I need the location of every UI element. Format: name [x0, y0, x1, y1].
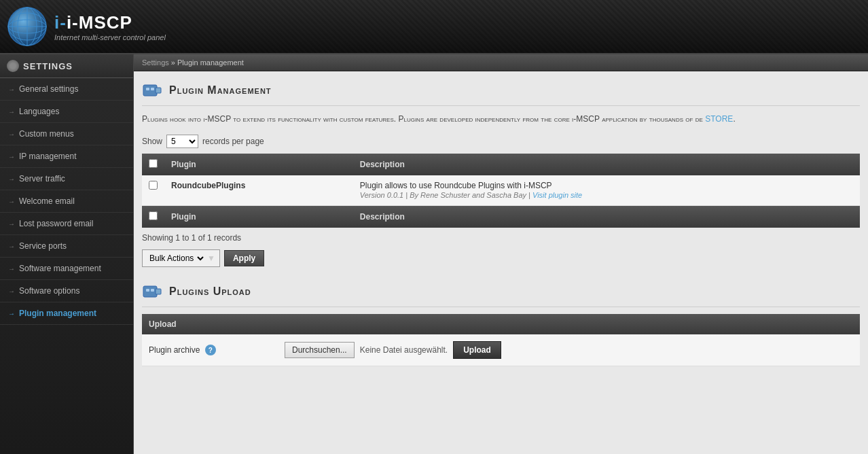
sidebar-item-custom-menus[interactable]: → Custom menus — [0, 123, 133, 145]
sidebar-item-plugin-management[interactable]: → Plugin management — [0, 302, 133, 325]
sidebar-item-label: General settings — [19, 84, 78, 94]
show-records-row: Show 5 10 15 25 50 100 records per page — [142, 135, 860, 148]
arrow-icon: → — [8, 86, 15, 93]
records-per-page-select[interactable]: 5 10 15 25 50 100 — [166, 135, 198, 148]
gear-icon — [7, 60, 19, 72]
breadcrumb: Settings » Plugin management — [134, 54, 868, 71]
breadcrumb-current: Plugin management — [177, 58, 244, 67]
arrow-icon: → — [8, 198, 15, 205]
sidebar-item-service-ports[interactable]: → Service ports — [0, 235, 133, 258]
bulk-actions-select[interactable]: Bulk Actions — [147, 253, 206, 264]
plugin-name-cell: RoundcubePlugins — [164, 175, 353, 206]
sidebar-item-label: Service ports — [19, 241, 67, 251]
sidebar-item-software-options[interactable]: → Software options — [0, 280, 133, 302]
arrow-icon: → — [8, 130, 15, 138]
sidebar-item-software-management[interactable]: → Software management — [0, 258, 133, 280]
table-footer-plugin: Plugin — [164, 206, 353, 228]
main-content: Settings » Plugin management Plugin Mana… — [134, 54, 868, 454]
svg-rect-7 — [143, 85, 157, 96]
page-title: Plugin Management — [169, 84, 272, 97]
sidebar-item-label: Software management — [19, 264, 101, 273]
upload-row: Plugin archive ? Durchsuchen... Keine Da… — [142, 334, 860, 366]
upload-plugin-icon — [142, 281, 164, 302]
arrow-icon: → — [8, 243, 15, 250]
show-label: Show — [142, 137, 162, 146]
table-header-plugin: Plugin — [164, 154, 353, 175]
arrow-icon: → — [8, 220, 15, 228]
plugin-desc-main: Plugin allows to use Roundcube Plugins w… — [360, 181, 853, 190]
upload-label-cell: Plugin archive ? — [142, 334, 278, 366]
svg-rect-10 — [151, 88, 154, 90]
records-info: Showing 1 to 1 of 1 records — [142, 233, 860, 243]
store-link[interactable]: STORE — [705, 114, 733, 124]
plugins-upload-title: Plugins Upload — [169, 285, 251, 298]
svg-rect-11 — [143, 286, 157, 297]
upload-input-cell: Durchsuchen... Keine Datei ausgewählt. U… — [278, 334, 860, 366]
upload-button[interactable]: Upload — [453, 341, 501, 359]
dropdown-arrow-icon: ▼ — [207, 254, 215, 263]
records-per-page-label: records per page — [202, 137, 264, 146]
arrow-icon: → — [8, 153, 15, 160]
breadcrumb-parent[interactable]: Settings — [142, 58, 169, 67]
app-subtitle: Internet multi-server control panel — [54, 33, 166, 41]
sidebar-item-lost-password-email[interactable]: → Lost password email — [0, 213, 133, 235]
sidebar-item-general-settings[interactable]: → General settings — [0, 78, 133, 101]
sidebar-section-title: Settings — [23, 61, 73, 71]
arrow-icon: → — [8, 108, 15, 116]
plugins-upload-header: Plugins Upload — [142, 281, 860, 307]
upload-table: Upload Plugin archive ? D — [142, 314, 860, 366]
svg-rect-13 — [146, 289, 149, 292]
table-footer-checkbox — [142, 206, 164, 228]
breadcrumb-separator: » — [171, 58, 175, 67]
sidebar-item-languages[interactable]: → Languages — [0, 101, 133, 123]
bulk-actions-row: Bulk Actions ▼ Apply — [142, 249, 860, 267]
apply-button[interactable]: Apply — [224, 250, 264, 266]
plugin-icon — [142, 80, 164, 101]
app-name: i-i-MSCP — [54, 12, 166, 33]
sidebar-item-label: Welcome email — [19, 196, 75, 206]
plugins-upload-section: Plugins Upload Upload Plugin arc — [142, 281, 860, 366]
sidebar-item-welcome-email[interactable]: → Welcome email — [0, 190, 133, 213]
plugin-meta: Version 0.0.1 | By Rene Schuster and Sas… — [360, 191, 582, 199]
table-footer-description: Description — [353, 206, 860, 228]
row-checkbox-cell — [142, 175, 164, 206]
browse-button[interactable]: Durchsuchen... — [285, 342, 355, 358]
arrow-icon: → — [8, 287, 15, 295]
plugin-desc-cell: Plugin allows to use Roundcube Plugins w… — [353, 175, 860, 206]
page-content: Plugin Management Plugins hook into i-MS… — [134, 71, 868, 374]
svg-rect-8 — [156, 88, 161, 93]
logo-globe-icon — [7, 6, 48, 47]
help-icon[interactable]: ? — [205, 345, 216, 355]
arrow-icon: → — [8, 310, 15, 317]
no-file-text: Keine Datei ausgewählt. — [360, 345, 448, 355]
svg-rect-9 — [146, 88, 149, 90]
plugin-description: Plugins hook into i-MSCP to extend its f… — [142, 113, 860, 125]
table-header-checkbox — [142, 154, 164, 175]
sidebar-item-label: Languages — [19, 107, 59, 116]
sidebar-item-label: Software options — [19, 286, 79, 296]
table-row: RoundcubePlugins Plugin allows to use Ro… — [142, 175, 860, 206]
select-all-footer-checkbox[interactable] — [149, 211, 158, 220]
row-checkbox[interactable] — [149, 181, 158, 190]
sidebar-item-label: Server traffic — [19, 174, 65, 184]
layout: Settings → General settings → Languages … — [0, 54, 868, 454]
plugin-archive-label: Plugin archive — [149, 345, 200, 355]
upload-section-header: Upload — [142, 314, 860, 334]
sidebar-item-label: IP management — [19, 152, 77, 161]
sidebar-item-ip-management[interactable]: → IP management — [0, 145, 133, 168]
plugin-table: Plugin Description RoundcubePlugins Plug — [142, 154, 860, 228]
plugin-name: RoundcubePlugins — [171, 181, 245, 190]
visit-plugin-site-link[interactable]: Visit plugin site — [532, 191, 582, 199]
bulk-actions-select-wrapper: Bulk Actions ▼ — [142, 249, 220, 267]
arrow-icon: → — [8, 265, 15, 273]
logo-area: i-i-MSCP Internet multi-server control p… — [7, 6, 166, 47]
sidebar-item-server-traffic[interactable]: → Server traffic — [0, 168, 133, 190]
file-input-area: Durchsuchen... Keine Datei ausgewählt. U… — [285, 341, 853, 359]
logo-text: i-i-MSCP Internet multi-server control p… — [54, 12, 166, 41]
select-all-checkbox[interactable] — [149, 159, 158, 168]
app-header: i-i-MSCP Internet multi-server control p… — [0, 0, 868, 54]
sidebar-item-label: Custom menus — [19, 129, 74, 139]
sidebar-item-label: Plugin management — [19, 309, 96, 318]
svg-rect-14 — [151, 289, 154, 292]
sidebar-item-label: Lost password email — [19, 219, 93, 228]
